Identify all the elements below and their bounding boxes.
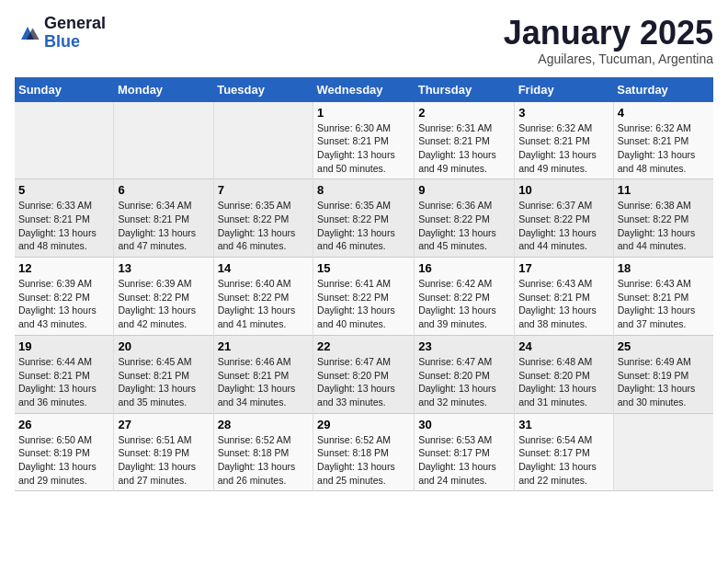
title-block: January 2025 Aguilares, Tucuman, Argenti…	[504, 15, 713, 66]
calendar-cell	[15, 102, 114, 179]
logo: General Blue	[15, 15, 106, 52]
day-number: 13	[118, 261, 209, 275]
calendar-cell: 15Sunrise: 6:41 AM Sunset: 8:22 PM Dayli…	[313, 258, 415, 336]
calendar-cell: 16Sunrise: 6:42 AM Sunset: 8:22 PM Dayli…	[415, 258, 515, 336]
calendar-header-row: SundayMondayTuesdayWednesdayThursdayFrid…	[15, 77, 713, 102]
page-header: General Blue January 2025 Aguilares, Tuc…	[15, 15, 713, 66]
calendar-cell: 20Sunrise: 6:45 AM Sunset: 8:21 PM Dayli…	[114, 335, 213, 413]
calendar-cell: 8Sunrise: 6:35 AM Sunset: 8:22 PM Daylig…	[313, 179, 415, 258]
day-info: Sunrise: 6:35 AM Sunset: 8:22 PM Dayligh…	[218, 199, 309, 253]
day-info: Sunrise: 6:47 AM Sunset: 8:20 PM Dayligh…	[317, 355, 410, 409]
calendar-cell: 27Sunrise: 6:51 AM Sunset: 8:19 PM Dayli…	[114, 413, 213, 491]
calendar-cell	[114, 102, 213, 179]
day-number: 7	[218, 183, 309, 197]
calendar-cell: 21Sunrise: 6:46 AM Sunset: 8:21 PM Dayli…	[213, 335, 313, 413]
day-info: Sunrise: 6:32 AM Sunset: 8:21 PM Dayligh…	[518, 121, 609, 176]
day-number: 5	[18, 183, 109, 197]
day-info: Sunrise: 6:48 AM Sunset: 8:20 PM Dayligh…	[518, 355, 609, 409]
calendar-cell: 5Sunrise: 6:33 AM Sunset: 8:21 PM Daylig…	[15, 179, 114, 258]
calendar-cell: 22Sunrise: 6:47 AM Sunset: 8:20 PM Dayli…	[313, 335, 415, 413]
calendar-cell: 31Sunrise: 6:54 AM Sunset: 8:17 PM Dayli…	[515, 413, 614, 491]
calendar-cell: 24Sunrise: 6:48 AM Sunset: 8:20 PM Dayli…	[515, 335, 614, 413]
calendar-cell: 10Sunrise: 6:37 AM Sunset: 8:22 PM Dayli…	[515, 179, 614, 258]
calendar-cell: 9Sunrise: 6:36 AM Sunset: 8:22 PM Daylig…	[415, 179, 515, 258]
logo-general: General	[44, 15, 106, 33]
calendar-cell: 26Sunrise: 6:50 AM Sunset: 8:19 PM Dayli…	[15, 413, 114, 491]
calendar-cell: 3Sunrise: 6:32 AM Sunset: 8:21 PM Daylig…	[515, 102, 614, 179]
calendar-cell: 29Sunrise: 6:52 AM Sunset: 8:18 PM Dayli…	[313, 413, 415, 491]
day-of-week-header: Saturday	[613, 77, 713, 102]
day-info: Sunrise: 6:47 AM Sunset: 8:20 PM Dayligh…	[418, 355, 510, 409]
calendar-cell: 19Sunrise: 6:44 AM Sunset: 8:21 PM Dayli…	[15, 335, 114, 413]
day-number: 14	[218, 261, 309, 275]
day-number: 4	[618, 106, 710, 120]
day-info: Sunrise: 6:44 AM Sunset: 8:21 PM Dayligh…	[18, 355, 109, 409]
calendar-cell: 1Sunrise: 6:30 AM Sunset: 8:21 PM Daylig…	[313, 102, 415, 179]
day-of-week-header: Thursday	[415, 77, 515, 102]
day-info: Sunrise: 6:36 AM Sunset: 8:22 PM Dayligh…	[418, 199, 510, 253]
day-number: 30	[418, 418, 510, 431]
day-number: 24	[518, 339, 609, 353]
logo-icon	[15, 20, 40, 46]
day-info: Sunrise: 6:40 AM Sunset: 8:22 PM Dayligh…	[218, 277, 309, 331]
calendar-cell: 12Sunrise: 6:39 AM Sunset: 8:22 PM Dayli…	[15, 258, 114, 336]
day-number: 17	[518, 261, 609, 275]
day-info: Sunrise: 6:37 AM Sunset: 8:22 PM Dayligh…	[518, 199, 609, 253]
calendar-cell	[213, 102, 313, 179]
day-number: 19	[18, 339, 109, 353]
day-number: 28	[218, 418, 309, 431]
day-info: Sunrise: 6:51 AM Sunset: 8:19 PM Dayligh…	[118, 433, 209, 488]
day-number: 16	[418, 261, 510, 275]
calendar-cell: 14Sunrise: 6:40 AM Sunset: 8:22 PM Dayli…	[213, 258, 313, 336]
calendar-week-row: 12Sunrise: 6:39 AM Sunset: 8:22 PM Dayli…	[15, 258, 713, 336]
month-title: January 2025	[504, 15, 713, 52]
day-number: 25	[618, 339, 710, 353]
day-info: Sunrise: 6:43 AM Sunset: 8:21 PM Dayligh…	[618, 277, 710, 331]
day-info: Sunrise: 6:50 AM Sunset: 8:19 PM Dayligh…	[18, 433, 109, 488]
day-info: Sunrise: 6:34 AM Sunset: 8:21 PM Dayligh…	[118, 199, 209, 253]
calendar-cell: 11Sunrise: 6:38 AM Sunset: 8:22 PM Dayli…	[613, 179, 713, 258]
logo-blue: Blue	[44, 33, 106, 52]
day-number: 1	[317, 106, 410, 120]
calendar-week-row: 26Sunrise: 6:50 AM Sunset: 8:19 PM Dayli…	[15, 413, 713, 491]
day-number: 8	[317, 183, 410, 197]
day-number: 20	[118, 339, 209, 353]
day-number: 22	[317, 339, 410, 353]
day-info: Sunrise: 6:39 AM Sunset: 8:22 PM Dayligh…	[118, 277, 209, 331]
calendar-cell: 28Sunrise: 6:52 AM Sunset: 8:18 PM Dayli…	[213, 413, 313, 491]
day-info: Sunrise: 6:41 AM Sunset: 8:22 PM Dayligh…	[317, 277, 410, 331]
day-number: 12	[18, 261, 109, 275]
day-number: 10	[518, 183, 609, 197]
day-info: Sunrise: 6:39 AM Sunset: 8:22 PM Dayligh…	[18, 277, 109, 331]
day-info: Sunrise: 6:54 AM Sunset: 8:17 PM Dayligh…	[518, 433, 609, 488]
calendar-cell: 30Sunrise: 6:53 AM Sunset: 8:17 PM Dayli…	[415, 413, 515, 491]
calendar-cell: 17Sunrise: 6:43 AM Sunset: 8:21 PM Dayli…	[515, 258, 614, 336]
location-subtitle: Aguilares, Tucuman, Argentina	[504, 52, 713, 66]
calendar-cell: 7Sunrise: 6:35 AM Sunset: 8:22 PM Daylig…	[213, 179, 313, 258]
day-info: Sunrise: 6:43 AM Sunset: 8:21 PM Dayligh…	[518, 277, 609, 331]
calendar-cell: 18Sunrise: 6:43 AM Sunset: 8:21 PM Dayli…	[613, 258, 713, 336]
day-info: Sunrise: 6:42 AM Sunset: 8:22 PM Dayligh…	[418, 277, 510, 331]
calendar-cell: 23Sunrise: 6:47 AM Sunset: 8:20 PM Dayli…	[415, 335, 515, 413]
calendar-table: SundayMondayTuesdayWednesdayThursdayFrid…	[15, 77, 713, 492]
calendar-week-row: 19Sunrise: 6:44 AM Sunset: 8:21 PM Dayli…	[15, 335, 713, 413]
day-info: Sunrise: 6:32 AM Sunset: 8:21 PM Dayligh…	[618, 121, 710, 176]
day-info: Sunrise: 6:52 AM Sunset: 8:18 PM Dayligh…	[218, 433, 309, 488]
day-of-week-header: Sunday	[15, 77, 114, 102]
day-number: 26	[18, 418, 109, 431]
day-number: 15	[317, 261, 410, 275]
day-of-week-header: Tuesday	[213, 77, 313, 102]
day-info: Sunrise: 6:52 AM Sunset: 8:18 PM Dayligh…	[317, 433, 410, 488]
day-of-week-header: Monday	[114, 77, 213, 102]
calendar-cell: 13Sunrise: 6:39 AM Sunset: 8:22 PM Dayli…	[114, 258, 213, 336]
day-number: 29	[317, 418, 410, 431]
day-info: Sunrise: 6:35 AM Sunset: 8:22 PM Dayligh…	[317, 199, 410, 253]
calendar-cell: 6Sunrise: 6:34 AM Sunset: 8:21 PM Daylig…	[114, 179, 213, 258]
calendar-cell: 2Sunrise: 6:31 AM Sunset: 8:21 PM Daylig…	[415, 102, 515, 179]
day-of-week-header: Wednesday	[313, 77, 415, 102]
calendar-cell	[613, 413, 713, 491]
day-info: Sunrise: 6:31 AM Sunset: 8:21 PM Dayligh…	[418, 121, 510, 176]
day-number: 2	[418, 106, 510, 120]
day-number: 27	[118, 418, 209, 431]
day-number: 23	[418, 339, 510, 353]
